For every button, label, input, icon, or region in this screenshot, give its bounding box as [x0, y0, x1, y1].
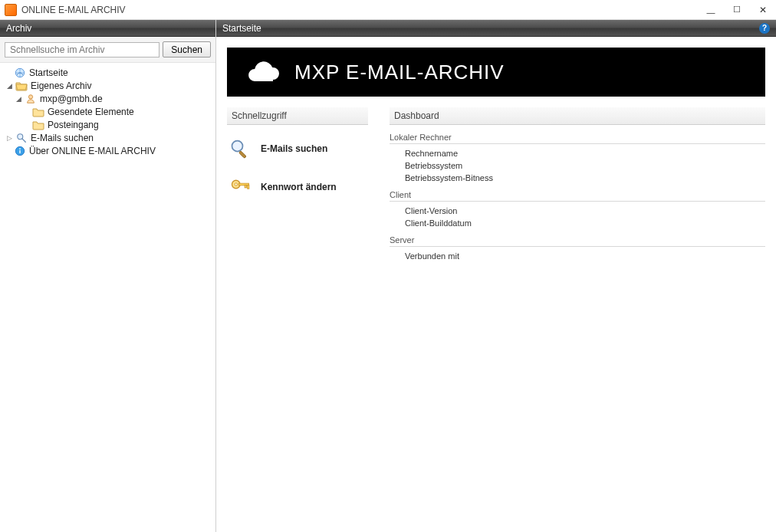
- quick-item-label: Kennwort ändern: [261, 182, 337, 192]
- tree-label: Startseite: [29, 67, 68, 78]
- dashboard-group-title: Client: [390, 189, 765, 202]
- tree-label: E-Mails suchen: [31, 133, 94, 143]
- dashboard-group-client: Client Client-Version Client-Builddatum: [390, 189, 765, 229]
- main-header: Startseite ?: [216, 20, 776, 37]
- tree-label: Über ONLINE E-MAIL ARCHIV: [29, 146, 156, 156]
- search-icon: [15, 132, 28, 144]
- dashboard-group-local: Lokaler Rechner Rechnername Betriebssyst…: [390, 131, 765, 184]
- window-minimize-button[interactable]: [698, 0, 724, 20]
- tree-item-search-mails[interactable]: ▷ E-Mails suchen: [3, 131, 212, 144]
- tree-item-account[interactable]: ◢ mxp@gmbh.de: [3, 92, 212, 105]
- dashboard-row-os-bitness: Betriebssystem-Bitness: [390, 172, 765, 184]
- sidebar-search-row: Suchen: [0, 37, 215, 63]
- sidebar-heading: Archiv: [6, 20, 31, 37]
- svg-point-1: [28, 94, 32, 98]
- tree-label: Posteingang: [48, 120, 99, 130]
- svg-rect-8: [238, 151, 246, 159]
- help-icon[interactable]: ?: [759, 23, 770, 34]
- tree-label: Gesendete Elemente: [48, 107, 134, 117]
- dashboard-group-server: Server Verbunden mit: [390, 234, 765, 262]
- expander-icon[interactable]: ◢: [14, 94, 23, 103]
- svg-point-10: [235, 183, 238, 186]
- svg-point-7: [232, 141, 243, 152]
- dashboard-row-computer-name: Rechnername: [390, 147, 765, 159]
- window-titlebar: ONLINE E-MAIL ARCHIV: [0, 0, 776, 20]
- tree-label: Eigenes Archiv: [31, 80, 91, 91]
- tree-item-about[interactable]: Über ONLINE E-MAIL ARCHIV: [3, 144, 212, 157]
- window-close-button[interactable]: [750, 0, 776, 20]
- archive-search-input[interactable]: [5, 42, 159, 57]
- quick-access-heading: Schnellzugriff: [227, 107, 368, 125]
- tree-item-start[interactable]: Startseite: [3, 66, 212, 79]
- dashboard-row-client-build-date: Client-Builddatum: [390, 217, 765, 229]
- svg-rect-13: [248, 185, 249, 189]
- product-banner: MXP E-MAIL-ARCHIV: [227, 48, 765, 97]
- cloud-icon: [245, 60, 281, 84]
- folder-open-icon: [15, 80, 28, 92]
- dashboard-heading: Dashboard: [390, 107, 765, 125]
- dashboard-group-title: Server: [390, 234, 765, 247]
- tree-label: mxp@gmbh.de: [40, 94, 103, 104]
- sidebar-header: Archiv: [0, 20, 215, 37]
- tree-item-inbox[interactable]: Posteingang: [3, 118, 212, 131]
- tree-item-own-archive[interactable]: ◢ Eigenes Archiv: [3, 79, 212, 92]
- svg-rect-5: [19, 149, 20, 153]
- sidebar: Archiv Suchen Startseite ◢: [0, 20, 216, 532]
- magnifier-icon: [229, 137, 252, 160]
- home-icon: [14, 67, 26, 79]
- svg-rect-12: [245, 185, 246, 188]
- banner-title: MXP E-MAIL-ARCHIV: [294, 61, 505, 84]
- window-title: ONLINE E-MAIL ARCHIV: [21, 5, 126, 15]
- expander-icon[interactable]: ▷: [5, 133, 14, 143]
- folder-icon: [32, 119, 44, 131]
- quick-access-panel: Schnellzugriff E-Mails suchen: [227, 107, 368, 267]
- expander-icon[interactable]: ◢: [5, 81, 14, 90]
- sidebar-tree: Startseite ◢ Eigenes Archiv ◢: [0, 63, 215, 160]
- tree-item-sent[interactable]: Gesendete Elemente: [3, 105, 212, 118]
- dashboard-row-connected-with: Verbunden mit: [390, 250, 765, 262]
- main-heading: Startseite: [222, 20, 261, 37]
- dashboard-row-os: Betriebssystem: [390, 159, 765, 172]
- main-pane: Startseite ? MXP E-MAIL-ARCHIV Schnellzu…: [216, 20, 776, 532]
- dashboard-group-title: Lokaler Rechner: [390, 131, 765, 144]
- quick-item-change-password[interactable]: Kennwort ändern: [227, 169, 368, 208]
- info-icon: [14, 145, 26, 157]
- quick-item-label: E-Mails suchen: [261, 143, 327, 154]
- folder-icon: [32, 106, 44, 118]
- svg-point-6: [19, 148, 21, 149]
- dashboard-row-client-version: Client-Version: [390, 205, 765, 217]
- dashboard-panel: Dashboard Lokaler Rechner Rechnername Be…: [390, 107, 765, 267]
- archive-search-button[interactable]: Suchen: [163, 41, 211, 57]
- window-controls: [698, 0, 776, 20]
- svg-line-3: [22, 138, 25, 141]
- key-icon: [229, 176, 252, 199]
- quick-item-search-mails[interactable]: E-Mails suchen: [227, 131, 368, 169]
- window-maximize-button[interactable]: [724, 0, 750, 20]
- user-icon: [25, 93, 37, 105]
- app-icon: [5, 4, 17, 16]
